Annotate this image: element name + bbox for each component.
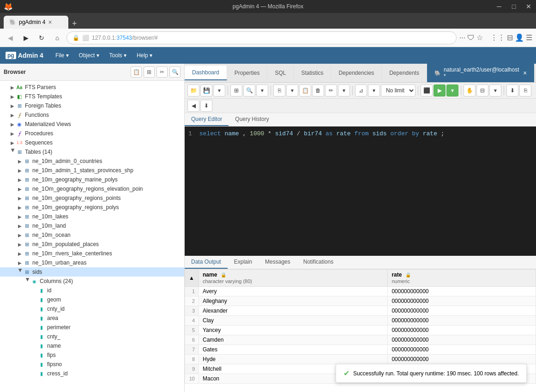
hamburger-menu[interactable]: ☰ [526, 33, 532, 42]
table-row[interactable]: 2 Alleghany 000000000000 [185, 296, 536, 306]
sidebar-item-tbl-elevation[interactable]: ▶ ⊞ ne_1Om_geography_regions_elevation_p… [0, 184, 184, 193]
execute-dropdown-button[interactable]: ▾ [446, 84, 458, 96]
tab-messages[interactable]: Messages [259, 256, 297, 269]
column-layout-dropdown[interactable]: ▾ [489, 84, 501, 96]
table-row[interactable]: 8 Hyde 000000000000 [185, 355, 536, 364]
search-button[interactable]: 🔍 [243, 84, 255, 96]
tab-close-button[interactable]: × [48, 18, 52, 26]
back-history-button[interactable]: ◀ [187, 100, 199, 112]
tab-statistics[interactable]: Statistics [294, 66, 331, 80]
account-button[interactable]: 👤 [515, 33, 524, 42]
sidebar-item-col-cress[interactable]: ▮ cress_id [0, 369, 184, 378]
sidebar-item-tbl-lakes[interactable]: ▶ ⊞ ne_10m_lakes [0, 212, 184, 221]
sidebar-item-fts-templates[interactable]: ▶ ◧ FTS Templates [0, 92, 184, 101]
reload-button[interactable]: ↻ [35, 31, 48, 44]
query-editor-tab[interactable]: 🐘 natural_earth2/user@localhost * × [427, 64, 534, 82]
sidebar-item-procedures[interactable]: ▶ ⨍ Procedures [0, 129, 184, 138]
table-row[interactable]: 3 Alexander 000000000000 [185, 306, 536, 316]
tab-notifications[interactable]: Notifications [297, 256, 340, 269]
delete-button[interactable]: 🗑 [312, 84, 324, 96]
query-tab-close[interactable]: × [523, 69, 527, 77]
back-button[interactable]: ◀ [4, 31, 17, 44]
sidebar-item-col-id[interactable]: ▮ id [0, 286, 184, 295]
edit-dropdown-button[interactable]: ▾ [338, 84, 350, 96]
sidebar-item-tbl-populated[interactable]: ▶ ⊞ ne_10m_populated_places [0, 240, 184, 249]
stop-button[interactable]: ⬛ [421, 84, 433, 96]
table-row[interactable]: 7 Gates 000000000000 [185, 345, 536, 355]
menu-file[interactable]: File ▾ [51, 50, 73, 60]
search-dropdown-button[interactable]: ▾ [256, 84, 268, 96]
sidebar-item-col-geom[interactable]: ▮ geom [0, 295, 184, 304]
sidebar-search-btn[interactable]: 🔍 [169, 66, 181, 78]
filter-dropdown-button[interactable]: ▾ [368, 84, 380, 96]
sidebar-item-col-area[interactable]: ▮ area [0, 314, 184, 323]
table-row[interactable]: 1 Avery 000000000000 [185, 287, 536, 296]
sidebar-item-tbl-sids[interactable]: ▶ ⊞ sids [0, 267, 184, 277]
tab-dependents[interactable]: Dependents [382, 66, 427, 80]
download-button[interactable]: ⬇ [506, 84, 518, 96]
sidebar-item-sequences[interactable]: ▶ 1.3 Sequences [0, 138, 184, 147]
sidebar-item-col-perimeter[interactable]: ▮ perimeter [0, 323, 184, 332]
tab-properties[interactable]: Properties [227, 66, 268, 80]
table-row[interactable]: 5 Yancey 000000000000 [185, 326, 536, 335]
sidebar-item-tbl-ocean[interactable]: ▶ ⊞ ne_10m_ocean [0, 230, 184, 240]
table-row[interactable]: 6 Camden 000000000000 [185, 335, 536, 345]
menu-object[interactable]: Object ▾ [74, 50, 104, 60]
url-bar[interactable]: 🔒 ⬜ 127.0.0.1:37543/browser/# [66, 31, 457, 44]
tab-sql[interactable]: SQL [267, 66, 294, 80]
menu-tools[interactable]: Tools ▾ [105, 50, 131, 60]
table-row[interactable]: 4 Clay 000000000000 [185, 316, 536, 326]
download2-button[interactable]: ⬇ [200, 100, 212, 112]
sidebar-item-col-fips[interactable]: ▮ fips [0, 350, 184, 360]
tab-dependencies[interactable]: Dependencies [331, 66, 382, 80]
paste-button[interactable]: 📋 [299, 84, 311, 96]
limit-select[interactable]: No limit 100 500 1000 [381, 84, 416, 96]
shield-icon[interactable]: 🛡 [467, 34, 475, 42]
sidebar-item-functions[interactable]: ▶ ⨍ Functions [0, 110, 184, 120]
tab-query-editor[interactable]: Query Editor [185, 113, 229, 126]
extensions-button[interactable]: ⋮⋮ [490, 33, 505, 42]
tab-dashboard[interactable]: Dashboard [185, 66, 227, 80]
tab-query-history[interactable]: Query History [229, 113, 275, 126]
sidebar-item-tbl-urban[interactable]: ▶ ⊞ ne_10m_urban_areas [0, 258, 184, 267]
new-tab-button[interactable]: + [68, 19, 81, 29]
sidebar-item-tables[interactable]: ▶ ⊞ Tables (14) [0, 147, 184, 157]
tab-explain[interactable]: Explain [228, 256, 259, 269]
open-file-button[interactable]: 📁 [187, 84, 199, 96]
sql-editor[interactable]: 1 select name , 1000 * sid74 / bir74 as … [185, 127, 536, 256]
pgadmin-tab[interactable]: 🐘 pgAdmin 4 × [4, 16, 68, 29]
sidebar-item-tbl-admin0[interactable]: ▶ ⊞ ne_10m_admin_0_countries [0, 157, 184, 166]
col-header-name[interactable]: name 🔒 character varying (80) [199, 270, 388, 287]
grab-button[interactable]: ✋ [464, 84, 476, 96]
sidebar-item-tbl-admin1[interactable]: ▶ ⊞ ne_10m_admin_1_states_provinces_shp [0, 166, 184, 175]
sidebar-item-tbl-marine[interactable]: ▶ ⊞ ne_10m_geography_marine_polys [0, 175, 184, 184]
bookmark-button[interactable]: ☆ [476, 33, 483, 42]
sidebar-button[interactable]: ⊟ [507, 33, 513, 42]
sidebar-item-col-fipsno[interactable]: ▮ fipsno [0, 360, 184, 369]
sidebar-item-col-cnty[interactable]: ▮ cnty_ [0, 332, 184, 341]
sidebar-cut-btn[interactable]: ✂ [157, 66, 168, 78]
minimize-button[interactable]: ─ [492, 0, 506, 13]
sidebar-item-tbl-rivers[interactable]: ▶ ⊞ ne_10m_rivers_lake_centerlines [0, 249, 184, 258]
save-button[interactable]: 💾 [200, 84, 212, 96]
edit-button[interactable]: ✏ [325, 84, 337, 96]
sidebar-item-col-name[interactable]: ▮ name [0, 341, 184, 350]
save-dropdown-button[interactable]: ▾ [213, 84, 225, 96]
sidebar-item-tbl-regions-pts[interactable]: ▶ ⊞ ne_10m_geography_regions_points [0, 193, 184, 203]
filter-button[interactable]: ⊿ [355, 84, 367, 96]
maximize-button[interactable]: □ [506, 0, 521, 13]
sidebar-copy-btn[interactable]: 📋 [131, 66, 142, 78]
sidebar-item-materialized-views[interactable]: ▶ ◉ Materialized Views [0, 120, 184, 129]
copy2-button[interactable]: ⎘ [519, 84, 531, 96]
grid-view-button[interactable]: ⊞ [230, 84, 242, 96]
sidebar-item-columns[interactable]: ▶ ◉ Columns (24) [0, 277, 184, 286]
tab-data-output[interactable]: Data Output [185, 256, 228, 269]
forward-button[interactable]: ▶ [19, 31, 32, 44]
sidebar-item-fts-parsers[interactable]: ▶ Aa FTS Parsers [0, 83, 184, 92]
home-button[interactable]: ⌂ [51, 31, 64, 44]
close-window-button[interactable]: ✕ [521, 0, 536, 13]
sidebar-item-tbl-land[interactable]: ▶ ⊞ ne_10m_land [0, 221, 184, 230]
sidebar-item-foreign-tables[interactable]: ▶ ⊞ Foreign Tables [0, 101, 184, 110]
copy-dropdown-button[interactable]: ▾ [286, 84, 298, 96]
copy-button[interactable]: ⎘ [273, 84, 285, 96]
